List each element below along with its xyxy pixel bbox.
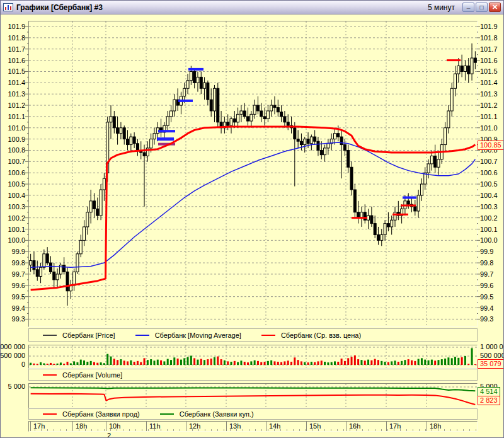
orders-sell-value: 2 823 (478, 396, 500, 405)
window-title: Графики [Сбербанк] #3 (16, 3, 103, 12)
time-tick-label: 14h (269, 422, 280, 430)
price-tick-right: 99.6 (480, 282, 493, 289)
legend-color-dash (160, 413, 174, 415)
orders-plot[interactable] (28, 383, 478, 408)
price-tick-right: 101.3 (480, 91, 498, 98)
price-tick-left: 101.9 (0, 23, 25, 30)
chart-window: Графики [Сбербанк] #3 5 минут _ □ ✕ 99.3… (0, 0, 504, 438)
time-separator (226, 422, 227, 431)
orders-axis-label-left: 5 000 (0, 383, 25, 390)
time-tick-label: 18h (430, 422, 441, 430)
price-tick-left: 100.3 (0, 204, 25, 210)
volume-axis-label: 1 000 000 (0, 343, 25, 350)
maximize-glyph: □ (479, 4, 483, 11)
legend-label: Сбербанк [Price] (62, 331, 115, 339)
volume-axis-label: 500 000 (0, 352, 25, 359)
axis-ticks (25, 21, 28, 326)
price-tick-left: 99.9 (0, 248, 25, 255)
price-tick-left: 100.6 (0, 170, 25, 176)
legend-item[interactable]: Сбербанк (Заявки прод) (43, 410, 140, 418)
price-tick-left: 99.4 (0, 305, 25, 312)
volume-plot[interactable] (28, 345, 478, 369)
legend-item[interactable]: Сбербанк [Volume] (43, 371, 122, 379)
price-tick-left: 100.2 (0, 215, 25, 222)
time-tick-label: 16h (349, 422, 360, 430)
volume-svg (29, 345, 477, 368)
legend-label: Сбербанк (Заявки прод) (62, 410, 140, 418)
legend-color-dash (261, 335, 275, 336)
price-tick-left: 100.5 (0, 181, 25, 188)
interval-label: 5 минут (428, 3, 455, 12)
minimize-button[interactable]: _ (462, 3, 474, 12)
price-tick-left: 101.3 (0, 91, 25, 98)
time-axis[interactable]: 17h18h10h11h12h13h14h15h16h17h18h (28, 421, 478, 432)
time-separator (72, 422, 73, 431)
volume-current-value: 35 079 (478, 359, 504, 369)
close-button[interactable]: ✕ (489, 3, 501, 12)
volume-axis-label: 1 000 000 (480, 343, 504, 350)
legend-color-dash (43, 413, 57, 415)
volume-legend: Сбербанк [Volume] (28, 369, 478, 381)
price-tick-right: 101.1 (480, 113, 498, 120)
price-tick-left: 100.7 (0, 158, 25, 165)
legend-item[interactable]: Сбербанк [Moving Average] (135, 331, 241, 339)
price-tick-right: 100.5 (480, 181, 498, 188)
time-separator (427, 422, 427, 431)
price-tick-left: 99.8 (0, 260, 25, 267)
time-tick-label: 18h (76, 422, 87, 430)
price-tick-right: 99.4 (480, 305, 493, 312)
legend-color-dash (43, 374, 57, 376)
time-tick-label: 10h (109, 422, 120, 430)
price-tick-right: 100.2 (480, 215, 498, 222)
minimize-glyph: _ (467, 2, 471, 9)
time-separator (306, 422, 307, 431)
time-separator (266, 422, 266, 431)
price-tick-right: 100.6 (480, 170, 498, 176)
legend-label: Сбербанк (Заявки куп.) (180, 410, 254, 418)
price-chart-plot[interactable] (28, 21, 478, 327)
legend-item[interactable]: Сбербанк [Price] (43, 331, 115, 339)
time-tick-label: 17h (389, 422, 401, 430)
time-separator (386, 422, 387, 431)
close-glyph: ✕ (492, 3, 498, 11)
time-separator (30, 422, 31, 431)
price-tick-right: 99.5 (480, 294, 493, 301)
maximize-button[interactable]: □ (476, 3, 488, 12)
price-tick-right: 100.1 (480, 226, 498, 233)
legend-item[interactable]: Сбербанк (Заявки куп.) (160, 410, 254, 418)
orders-legend: Сбербанк (Заявки прод)Сбербанк (Заявки к… (28, 408, 478, 420)
price-chart-svg (29, 21, 477, 326)
price-tick-right: 101.0 (480, 125, 498, 132)
price-tick-left: 101.1 (0, 113, 25, 120)
date-row: 2 (1, 432, 504, 438)
day-number-label: 2 (107, 432, 111, 438)
time-separator (146, 422, 147, 431)
price-tick-right: 100.7 (480, 158, 498, 165)
price-tick-right: 99.7 (480, 271, 493, 278)
price-tick-left: 99.6 (0, 282, 25, 289)
price-tick-right: 101.7 (480, 46, 498, 53)
legend-label: Сбербанк (Ср. взв. цена) (281, 331, 361, 339)
time-tick-label: 15h (309, 422, 321, 430)
price-tick-right: 100.3 (480, 204, 498, 210)
time-tick-label: 12h (189, 422, 200, 430)
price-tick-left: 99.5 (0, 294, 25, 301)
legend-item[interactable]: Сбербанк (Ср. взв. цена) (261, 331, 361, 339)
price-tick-right: 101.2 (480, 102, 498, 109)
price-tick-left: 100.1 (0, 226, 25, 233)
orders-svg (29, 384, 477, 408)
legend-label: Сбербанк [Volume] (62, 371, 122, 379)
price-tick-left: 101.4 (0, 79, 25, 86)
chart-icon (3, 3, 13, 11)
price-tick-left: 101.2 (0, 102, 25, 109)
price-tick-left: 99.3 (0, 316, 25, 323)
title-bar[interactable]: Графики [Сбербанк] #3 5 минут _ □ ✕ (1, 1, 503, 14)
price-tick-right: 100.4 (480, 192, 498, 199)
price-tick-left: 99.7 (0, 271, 25, 278)
price-tick-left: 100.0 (0, 237, 25, 244)
legend-color-dash (135, 335, 149, 336)
price-tick-left: 101.5 (0, 68, 25, 75)
orders-buy-value: 4 514 (478, 387, 500, 396)
price-tick-left: 100.9 (0, 136, 25, 143)
price-tick-right: 101.9 (480, 23, 498, 30)
